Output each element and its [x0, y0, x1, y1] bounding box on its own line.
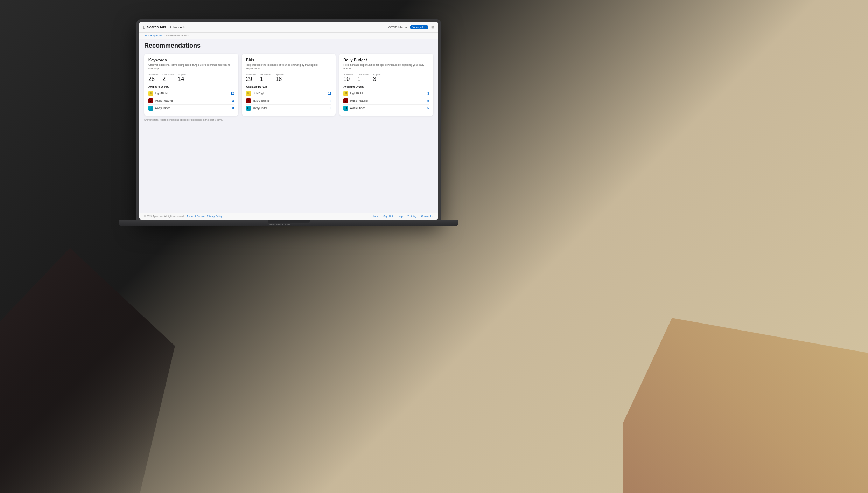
bids-lightright-name: LightRight: [253, 92, 265, 95]
lightright-icon: ☀: [148, 91, 153, 96]
daily-budget-available-by-app-label: Available by App: [343, 85, 429, 88]
keywords-available-value: 28: [148, 76, 158, 82]
org-name: OTOD Media: [388, 26, 407, 29]
page-title: Recommendations: [144, 42, 433, 49]
terms-of-service-link[interactable]: Terms of Service: [187, 215, 205, 217]
bids-available-stat: Available 29: [246, 73, 256, 82]
bids-awayfinder-info: ⊙ AwayFinder: [246, 106, 267, 111]
bids-musicteacher-count: 9: [330, 99, 331, 103]
daily-budget-musicteacher-info: ♪ Music Teacher: [343, 98, 368, 103]
bids-musicteacher-name: Music Teacher: [253, 99, 271, 102]
bids-awayfinder-icon: ⊙: [246, 106, 251, 111]
keywords-available-label: Available: [148, 73, 158, 76]
bids-lightright-count: 12: [328, 92, 331, 95]
keywords-available-by-app-label: Available by App: [148, 85, 234, 88]
daily-budget-available-value: 10: [343, 76, 353, 82]
daily-budget-applied-stat: Applied 3: [373, 73, 381, 82]
advanced-label: Advanced: [170, 26, 184, 29]
user-menu-button[interactable]: Johnny A. ▾: [410, 25, 428, 29]
bids-available-by-app-label: Available by App: [246, 85, 332, 88]
musicteacher-icon: ♪: [148, 98, 153, 103]
keywords-dismissed-stat: Dismissed 2: [162, 73, 174, 82]
keywords-awayfinder-name: AwayFinder: [155, 106, 170, 110]
help-link[interactable]: Help: [398, 215, 402, 217]
breadcrumb-all-campaigns[interactable]: All Campaigns: [144, 34, 162, 37]
bids-available-label: Available: [246, 73, 256, 76]
bids-applied-stat: Applied 18: [275, 73, 284, 82]
footer-divider-3: |: [405, 215, 406, 217]
footer-note: Showing total recommendations applied or…: [144, 119, 433, 121]
bids-card-desc: Help increase the likelihood of your ad …: [246, 63, 332, 70]
daily-budget-lightright-count: 3: [427, 92, 429, 95]
bids-card-title: Bids: [246, 58, 332, 62]
daily-budget-lightright-row: ☀ LightRight 3: [343, 90, 429, 97]
bids-musicteacher-icon: ♪: [246, 98, 251, 103]
chevron-down-icon: ▾: [184, 26, 186, 29]
daily-budget-dismissed-label: Dismissed: [358, 73, 369, 76]
daily-budget-card-title: Daily Budget: [343, 58, 429, 62]
bids-applied-label: Applied: [275, 73, 284, 76]
training-link[interactable]: Training: [408, 215, 416, 217]
home-link[interactable]: Home: [372, 215, 379, 217]
daily-budget-lightright-name: LightRight: [350, 92, 363, 95]
bids-card: Bids Help increase the likelihood of you…: [242, 54, 336, 116]
layout-toggle-icon[interactable]: ⊞: [431, 25, 434, 29]
daily-budget-awayfinder-name: AwayFinder: [350, 106, 365, 110]
nav-right: OTOD Media Johnny A. ▾ ⊞: [388, 25, 434, 29]
macbook-pro-label: MacBook Pro: [270, 223, 290, 226]
daily-budget-card: Daily Budget Help increase opportunities…: [339, 54, 433, 116]
awayfinder-icon: ⊙: [148, 106, 153, 111]
keywords-card: Keywords Uncover additional terms being …: [144, 54, 238, 116]
cards-grid: Keywords Uncover additional terms being …: [144, 54, 433, 116]
bids-awayfinder-name: AwayFinder: [253, 106, 267, 110]
bids-dismissed-label: Dismissed: [260, 73, 271, 76]
daily-budget-musicteacher-row: ♪ Music Teacher 5: [343, 97, 429, 105]
keywords-lightright-name: LightRight: [155, 92, 168, 95]
bids-lightright-icon: ☀: [246, 91, 251, 96]
page-footer: © 2024 Apple Inc. All rights reserved. T…: [139, 213, 438, 220]
keywords-musicteacher-info: ♪ Music Teacher: [148, 98, 173, 103]
keywords-musicteacher-row: ♪ Music Teacher 8: [148, 97, 234, 105]
sign-out-link[interactable]: Sign Out: [383, 215, 393, 217]
privacy-policy-link[interactable]: Privacy Policy: [207, 215, 222, 217]
keywords-awayfinder-row: ⊙ AwayFinder 8: [148, 105, 234, 112]
bids-dismissed-stat: Dismissed 1: [260, 73, 271, 82]
daily-budget-dismissed-value: 1: [358, 76, 369, 82]
laptop-screen:  Search Ads Advanced ▾ OTOD Media Johnn…: [139, 22, 438, 220]
keywords-applied-label: Applied: [178, 73, 186, 76]
daily-budget-musicteacher-count: 5: [427, 99, 429, 103]
keywords-lightright-count: 12: [231, 92, 234, 95]
daily-budget-stats-row: Available 10 Dismissed 1 Applied 3: [343, 73, 429, 82]
contact-us-link[interactable]: Contact Us: [421, 215, 433, 217]
keywords-card-desc: Uncover additional terms being used in A…: [148, 63, 234, 70]
keywords-stats-row: Available 28 Dismissed 2 Applied 14: [148, 73, 234, 82]
daily-budget-awayfinder-count: 5: [427, 106, 429, 110]
breadcrumb-separator: >: [163, 34, 165, 37]
keywords-card-title: Keywords: [148, 58, 234, 62]
keywords-lightright-info: ☀ LightRight: [148, 91, 168, 96]
daily-budget-available-stat: Available 10: [343, 73, 353, 82]
bids-dismissed-value: 1: [260, 76, 271, 82]
apple-logo-icon: : [144, 25, 145, 29]
daily-budget-awayfinder-info: ⊙ AwayFinder: [343, 106, 365, 111]
daily-budget-musicteacher-name: Music Teacher: [350, 99, 368, 102]
footer-left: © 2024 Apple Inc. All rights reserved. T…: [144, 215, 222, 217]
daily-budget-musicteacher-icon: ♪: [343, 98, 348, 103]
daily-budget-available-label: Available: [343, 73, 353, 76]
footer-divider-4: |: [419, 215, 419, 217]
daily-budget-lightright-icon: ☀: [343, 91, 348, 96]
daily-budget-lightright-info: ☀ LightRight: [343, 91, 363, 96]
main-content: Recommendations Keywords Uncover additio…: [139, 39, 438, 213]
footer-right: Home | Sign Out | Help | Training | Cont…: [372, 215, 433, 217]
bids-awayfinder-count: 8: [330, 106, 331, 110]
keywords-dismissed-value: 2: [162, 76, 174, 82]
daily-budget-applied-label: Applied: [373, 73, 381, 76]
daily-budget-awayfinder-icon: ⊙: [343, 106, 348, 111]
advanced-menu-button[interactable]: Advanced ▾: [168, 25, 187, 30]
user-name: Johnny A.: [412, 26, 424, 29]
laptop-shell:  Search Ads Advanced ▾ OTOD Media Johnn…: [136, 19, 441, 222]
footer-divider-2: |: [395, 215, 396, 217]
nav-left:  Search Ads Advanced ▾: [144, 25, 187, 30]
keywords-musicteacher-count: 8: [232, 99, 234, 103]
bids-lightright-row: ☀ LightRight 12: [246, 90, 332, 97]
